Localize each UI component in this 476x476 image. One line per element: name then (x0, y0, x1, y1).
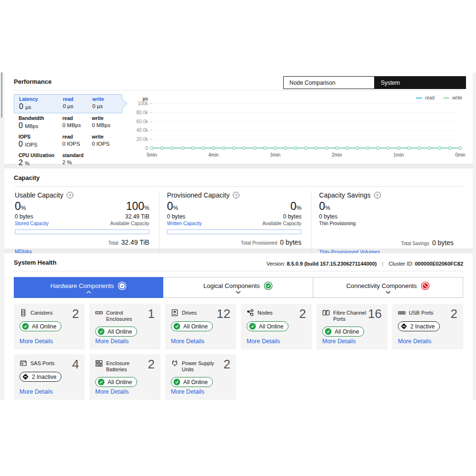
component-count: 1 (148, 307, 155, 321)
iops-read-value: 0 IOPS (62, 141, 92, 147)
legend-item-read[interactable]: read (416, 95, 435, 100)
performance-view-toggle: Node Comparison System (283, 76, 466, 89)
latency-write-value: 0 µs (92, 103, 120, 109)
component-count: 16 (368, 307, 382, 321)
status-badge: All Online (322, 327, 364, 337)
stat-row-bandwidth[interactable]: Bandwidth 0 MBps read 0 MBps write 0 MBp… (14, 114, 122, 132)
legend-swatch (443, 98, 449, 99)
status-badge: All Online (171, 377, 213, 387)
more-details-link[interactable]: More Details (247, 338, 280, 345)
latency-label: Latency (19, 96, 63, 102)
provisioned-capacity-bar (167, 229, 302, 234)
canisters-icon (20, 309, 27, 317)
chart-plot: 5min4min3min2min1min0min (152, 103, 460, 148)
component-count: 2 (148, 357, 155, 372)
help-icon[interactable]: ? (67, 192, 73, 198)
more-details-link[interactable]: More Details (20, 338, 53, 345)
capacity-section: Capacity Usable Capacity ? 0% 100% 0 byt… (4, 169, 473, 248)
written-capacity-link[interactable]: Written Capacity (167, 221, 202, 226)
component-count: 2 (299, 307, 306, 321)
stored-capacity-link[interactable]: Stored Capacity (15, 221, 49, 226)
tab-logical-components[interactable]: Logical Components (163, 278, 313, 298)
component-card-fibre-channel-ports: Fibre Channel Ports 16 All Online More D… (317, 304, 387, 349)
control-enclosures-icon (95, 309, 103, 317)
more-details-link[interactable]: More Details (95, 338, 129, 345)
stat-row-cpu[interactable]: CPU Utilization 2 % standard 2 % (14, 151, 122, 169)
latency-unit: µs (25, 104, 31, 110)
system-health-divider (14, 271, 463, 271)
component-tabs: Hardware Components Logical Components (14, 277, 463, 298)
left-scrollbar-thumb[interactable] (1, 72, 2, 118)
component-card-enclosure-batteries: Enclosure Batteries 2 All Online More De… (89, 354, 160, 400)
legend-swatch (416, 98, 422, 99)
usable-available-pct: 100 (126, 200, 144, 212)
chart-y-axis: 100k80.0k60.0k40.0k20.0k0 (130, 103, 148, 148)
iops-label: IOPS (19, 134, 62, 139)
tab-connectivity-components[interactable]: Connectivity Components (313, 278, 463, 298)
iops-value: 0 (19, 140, 23, 148)
more-details-link[interactable]: More Details (171, 338, 204, 345)
check-icon (325, 328, 332, 335)
chevron-up-icon (86, 291, 91, 294)
provisioned-total-value: 0 bytes (280, 238, 301, 246)
more-details-link[interactable]: More Details (398, 338, 431, 345)
provisioned-available-bytes: 0 bytes (283, 213, 302, 220)
check-icon (98, 378, 105, 386)
system-button[interactable]: System (375, 76, 466, 89)
more-details-link[interactable]: More Details (95, 388, 129, 395)
component-card-sas-ports: SAS Ports 4 2 Inactive More Details (14, 354, 85, 400)
cpu-value: 2 (19, 159, 23, 167)
chevron-down-icon (386, 291, 391, 294)
check-icon (249, 323, 256, 330)
stat-row-iops[interactable]: IOPS 0 IOPS read 0 IOPS write 0 IOPS (14, 132, 122, 150)
usable-total-value: 32.49 TiB (121, 238, 149, 246)
iops-write-label: write (92, 134, 119, 139)
more-details-link[interactable]: More Details (322, 338, 356, 345)
error-circle-icon (421, 281, 430, 290)
check-circle-icon (118, 281, 127, 290)
component-card-drives: Drives 12 All Online More Details (165, 304, 236, 349)
status-badge: All Online (95, 327, 137, 337)
left-scrollbar-track (0, 72, 4, 400)
system-meta: Version: 8.5.0.9 (build 157.15.230627114… (267, 261, 463, 267)
chart-legend: readwrite (416, 95, 462, 100)
provisioned-written-bytes: 0 bytes (167, 213, 186, 220)
latency-read-label: read (63, 96, 92, 102)
more-details-link[interactable]: More Details (20, 388, 53, 395)
fibre-channel-ports-icon (322, 309, 330, 317)
cpu-label: CPU Utilization (19, 152, 62, 158)
savings-total-label: Total Savings (401, 241, 429, 246)
more-details-link[interactable]: More Details (171, 388, 204, 395)
status-badge: All Online (247, 321, 288, 331)
component-card-power-supply-units: Power Supply Units 2 All Online More Det… (165, 354, 236, 400)
help-icon[interactable]: ? (374, 192, 381, 198)
tab-hardware-components[interactable]: Hardware Components (14, 277, 163, 298)
component-card-canisters: Canisters 2 All Online More Details (14, 304, 85, 349)
check-icon (173, 323, 180, 330)
performance-divider (14, 90, 463, 90)
provisioned-available-caption: Available Capacity (262, 221, 301, 226)
hardware-components-grid: Canisters 2 All Online More Details Con (14, 304, 463, 400)
node-comparison-button[interactable]: Node Comparison (283, 76, 375, 89)
usb-ports-icon (398, 309, 406, 317)
iops-write-value: 0 IOPS (92, 141, 119, 147)
drives-icon (171, 309, 178, 317)
bandwidth-value: 0 (19, 121, 23, 129)
legend-item-write[interactable]: write (443, 95, 462, 100)
capacity-divider (14, 186, 463, 187)
stat-row-latency[interactable]: Latency 0 µs read 0 µs write 0 µs (14, 94, 122, 113)
usable-capacity-title: Usable Capacity (15, 191, 63, 199)
help-icon[interactable]: ? (233, 192, 239, 198)
usable-total-label: Total (108, 240, 118, 246)
component-card-nodes: Nodes 2 All Online More Details (241, 304, 312, 349)
status-badge: 2 Inactive (20, 372, 61, 382)
usable-available-caption: Available Capacity (110, 221, 149, 226)
capacity-savings-title: Capacity Savings (319, 191, 370, 199)
system-health-section: System Health Version: 8.5.0.9 (build 15… (4, 253, 473, 400)
check-circle-icon (264, 281, 273, 290)
performance-stats-panel: Latency 0 µs read 0 µs write 0 µs (14, 94, 122, 169)
cpu-standard-label: standard (62, 152, 92, 158)
right-scrollbar-track (473, 72, 476, 400)
performance-section: Performance Node Comparison System Laten… (4, 72, 473, 164)
performance-chart: µs readwrite 100k80.0k60.0k40.0k20.0k0 5… (130, 95, 463, 161)
